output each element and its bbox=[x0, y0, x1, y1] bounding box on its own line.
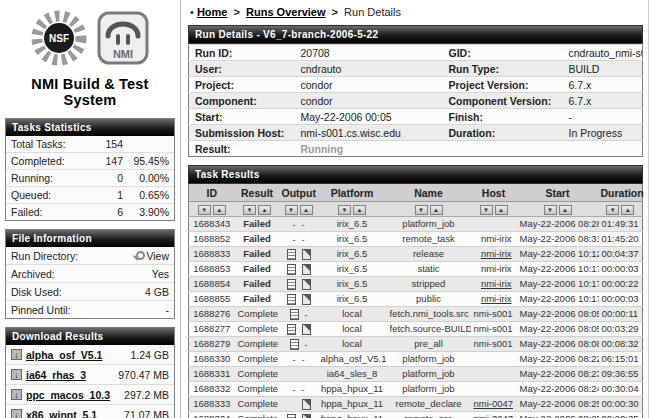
sort-buttons: ▼▲ bbox=[284, 203, 314, 214]
sort-desc-button[interactable]: ▼ bbox=[243, 205, 256, 215]
output-log-icon[interactable] bbox=[287, 324, 296, 335]
output-run-icon[interactable] bbox=[302, 369, 311, 380]
download-row: ↓ alpha_osf_V5.1 1.24 GB bbox=[6, 345, 174, 364]
field-label: Component Version: bbox=[443, 93, 563, 109]
output-log-icon[interactable] bbox=[293, 384, 296, 395]
sort-asc-button[interactable]: ▲ bbox=[300, 205, 313, 215]
output-log-icon[interactable] bbox=[287, 414, 296, 418]
output-run-icon[interactable] bbox=[302, 324, 311, 335]
task-result: Complete bbox=[235, 366, 280, 381]
field-label: Project: bbox=[189, 77, 295, 93]
output-run-icon[interactable] bbox=[302, 279, 311, 290]
file-info-value[interactable]: Yes bbox=[150, 268, 169, 280]
download-link[interactable]: alpha_osf_V5.1 bbox=[26, 349, 126, 361]
task-id: 1688343 bbox=[189, 217, 235, 232]
column-header[interactable]: Name bbox=[387, 184, 471, 202]
output-run-icon[interactable] bbox=[302, 354, 305, 365]
output-log-icon[interactable] bbox=[287, 279, 296, 290]
task-duration: 00:20:35 bbox=[599, 411, 643, 418]
host-link[interactable]: nmi-irix bbox=[481, 233, 512, 244]
column-header[interactable]: Host bbox=[471, 184, 517, 202]
file-info-value[interactable]: View bbox=[132, 250, 169, 262]
stat-count: 147 bbox=[91, 155, 123, 167]
host-link[interactable]: nmi-0047 bbox=[474, 413, 514, 418]
task-host: nmi-0047 bbox=[471, 411, 517, 418]
sort-desc-button[interactable]: ▼ bbox=[480, 205, 493, 215]
output-log-icon[interactable] bbox=[290, 309, 299, 320]
field-value: - bbox=[563, 109, 643, 125]
output-run-icon[interactable] bbox=[305, 309, 308, 320]
host-link[interactable]: nmi-irix bbox=[481, 263, 512, 274]
download-icon[interactable]: ↓ bbox=[11, 369, 22, 380]
column-header[interactable]: ID bbox=[189, 184, 235, 202]
sort-asc-button[interactable]: ▲ bbox=[213, 205, 226, 215]
column-header[interactable]: Platform bbox=[318, 184, 387, 202]
download-link[interactable]: ia64_rhas_3 bbox=[26, 369, 114, 381]
task-output bbox=[280, 366, 318, 381]
output-run-icon[interactable] bbox=[302, 294, 311, 305]
download-icon[interactable]: ↓ bbox=[11, 389, 22, 400]
breadcrumb-current: Run Details bbox=[344, 6, 401, 18]
task-row: 1688854 Failed irix_6.5 stripped nmi-iri… bbox=[189, 276, 643, 291]
task-platform: local bbox=[318, 336, 387, 351]
task-result: Complete bbox=[235, 306, 280, 321]
output-run-icon[interactable] bbox=[302, 249, 311, 260]
download-link[interactable]: x86_winnt_5.1 bbox=[26, 409, 120, 418]
host-link[interactable]: nmi-irix bbox=[481, 293, 512, 304]
output-run-icon[interactable] bbox=[302, 414, 311, 418]
output-log-icon[interactable] bbox=[287, 294, 296, 305]
host-link[interactable]: nmi-s001 bbox=[474, 323, 513, 334]
host-link[interactable]: nmi-s001 bbox=[474, 308, 513, 319]
breadcrumb-home-link[interactable]: Home bbox=[197, 6, 228, 18]
host-link[interactable]: nmi-irix bbox=[481, 248, 512, 259]
sort-asc-button[interactable]: ▲ bbox=[495, 205, 508, 215]
sort-desc-button[interactable]: ▼ bbox=[198, 205, 211, 215]
output-run-icon[interactable] bbox=[302, 399, 311, 410]
column-header[interactable]: Duration bbox=[599, 184, 643, 202]
output-run-icon[interactable] bbox=[302, 219, 305, 230]
column-header[interactable]: Start bbox=[517, 184, 599, 202]
output-log-icon[interactable] bbox=[293, 354, 296, 365]
stat-row: Running: 0 0.00% bbox=[6, 169, 174, 186]
breadcrumb-runs-overview-link[interactable]: Runs Overview bbox=[246, 6, 325, 18]
sort-desc-button[interactable]: ▼ bbox=[415, 205, 428, 215]
output-log-icon[interactable] bbox=[287, 369, 296, 380]
output-log-icon[interactable] bbox=[290, 339, 299, 350]
column-header[interactable]: Result bbox=[235, 184, 280, 202]
host-link[interactable]: nmi-0047 bbox=[474, 398, 514, 409]
output-run-icon[interactable] bbox=[302, 264, 311, 275]
sort-asc-button[interactable]: ▲ bbox=[621, 205, 634, 215]
task-start: May-22-2006 08:25 bbox=[517, 396, 599, 411]
output-run-icon[interactable] bbox=[305, 339, 308, 350]
output-log-icon[interactable] bbox=[293, 219, 296, 230]
column-header[interactable]: Output bbox=[280, 184, 318, 202]
sort-asc-button[interactable]: ▲ bbox=[258, 205, 271, 215]
file-info-value[interactable]: - bbox=[164, 304, 170, 316]
sort-row: ▼▲ ▼▲ ▼▲ ▼▲ bbox=[189, 202, 643, 217]
host-link[interactable]: nmi-irix bbox=[481, 278, 512, 289]
run-details-row: Project: condor Project Version: 6.7.x bbox=[189, 77, 643, 93]
task-row: 1688333 Complete hppa_hpux_11 remote_dec… bbox=[189, 396, 643, 411]
sort-asc-button[interactable]: ▲ bbox=[430, 205, 443, 215]
sort-desc-button[interactable]: ▼ bbox=[285, 205, 298, 215]
svg-text:NSF: NSF bbox=[49, 33, 69, 44]
sort-desc-button[interactable]: ▼ bbox=[606, 205, 619, 215]
output-log-icon[interactable] bbox=[287, 249, 296, 260]
download-icon[interactable]: ↓ bbox=[11, 409, 22, 418]
output-run-icon[interactable] bbox=[302, 234, 305, 245]
task-platform: irix_6.5 bbox=[318, 291, 387, 306]
output-run-icon[interactable] bbox=[302, 384, 305, 395]
output-log-icon[interactable] bbox=[293, 234, 296, 245]
sort-desc-button[interactable]: ▼ bbox=[338, 205, 351, 215]
task-host: nmi-s001 bbox=[471, 321, 517, 336]
sort-desc-button[interactable]: ▼ bbox=[544, 205, 557, 215]
file-info-value[interactable]: 4 GB bbox=[143, 286, 169, 298]
task-platform: hppa_hpux_11 bbox=[318, 381, 387, 396]
sort-asc-button[interactable]: ▲ bbox=[353, 205, 366, 215]
download-icon[interactable]: ↓ bbox=[11, 349, 22, 360]
output-log-icon[interactable] bbox=[287, 264, 296, 275]
output-log-icon[interactable] bbox=[287, 399, 296, 410]
download-link[interactable]: ppc_macos_10.3 bbox=[26, 389, 120, 401]
sort-asc-button[interactable]: ▲ bbox=[559, 205, 572, 215]
host-link[interactable]: nmi-s001 bbox=[474, 338, 513, 349]
